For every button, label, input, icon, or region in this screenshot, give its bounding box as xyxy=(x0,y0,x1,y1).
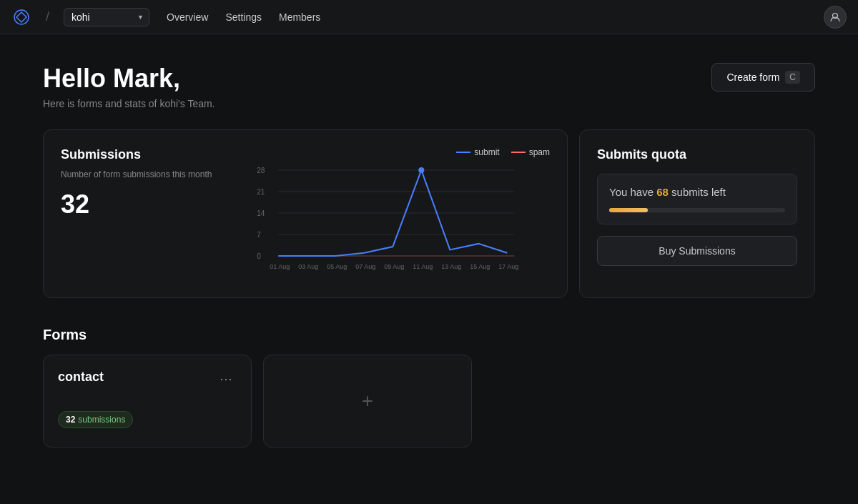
forms-section-title: Forms xyxy=(43,327,815,343)
legend-spam-line xyxy=(511,152,526,153)
form-submissions-count: 32 xyxy=(66,415,75,425)
app-logo xyxy=(11,7,31,27)
submissions-card-title: Submissions xyxy=(61,147,212,162)
submissions-info: Submissions Number of form submissions t… xyxy=(61,147,212,219)
legend-submit: submit xyxy=(456,147,499,157)
svg-text:13 Aug: 13 Aug xyxy=(442,263,462,270)
create-form-shortcut: C xyxy=(785,71,800,84)
quota-text-prefix: You have xyxy=(609,186,656,198)
svg-text:28: 28 xyxy=(257,167,266,174)
add-form-card[interactable]: + xyxy=(263,355,472,448)
buy-submissions-button[interactable]: Buy Submissions xyxy=(597,236,797,266)
svg-text:7: 7 xyxy=(257,231,262,239)
legend-submit-line xyxy=(456,152,470,153)
submissions-card-desc: Number of form submissions this month xyxy=(61,168,212,181)
svg-text:05 Aug: 05 Aug xyxy=(327,263,347,270)
svg-text:14: 14 xyxy=(257,209,266,217)
svg-text:21: 21 xyxy=(257,188,266,196)
svg-text:15 Aug: 15 Aug xyxy=(470,263,490,270)
svg-text:09 Aug: 09 Aug xyxy=(385,263,405,270)
create-form-label: Create form xyxy=(726,71,779,83)
nav-links: Overview Settings Members xyxy=(167,9,320,26)
quota-text: You have 68 submits left xyxy=(609,186,785,198)
svg-text:0: 0 xyxy=(257,252,262,260)
workspace-selector[interactable]: kohi xyxy=(64,8,149,26)
submissions-chart: 28 21 14 7 0 xyxy=(229,163,550,277)
workspace-select[interactable]: kohi xyxy=(64,8,149,26)
form-name: contact xyxy=(58,370,104,385)
nav-link-overview[interactable]: Overview xyxy=(167,9,208,26)
form-card-header: contact ⋯ xyxy=(58,370,237,388)
create-form-button[interactable]: Create form C xyxy=(711,63,815,92)
form-submissions-badge: 32 submissions xyxy=(58,411,133,428)
quota-title: Submits quota xyxy=(597,147,797,162)
subtext: Here is forms and stats of kohi's Team. xyxy=(43,98,215,109)
submissions-count: 32 xyxy=(61,189,212,219)
forms-grid: contact ⋯ 32 submissions + xyxy=(43,355,472,448)
greeting-text: Hello Mark, xyxy=(43,63,215,94)
navbar: / kohi Overview Settings Members xyxy=(0,0,858,34)
form-card-contact: contact ⋯ 32 submissions xyxy=(43,355,252,448)
svg-point-13 xyxy=(419,167,425,173)
page-header: Hello Mark, Here is forms and stats of k… xyxy=(43,63,815,109)
stats-grid: Submissions Number of form submissions t… xyxy=(43,129,815,298)
nav-link-settings[interactable]: Settings xyxy=(225,9,262,26)
quota-inner: You have 68 submits left xyxy=(597,174,797,224)
quota-text-suffix: submits left xyxy=(669,186,726,198)
form-menu-button[interactable]: ⋯ xyxy=(215,370,237,388)
svg-text:07 Aug: 07 Aug xyxy=(356,263,376,270)
forms-section: Forms contact ⋯ 32 submissions + xyxy=(43,327,815,448)
form-submissions-label: submissions xyxy=(78,415,125,425)
chart-area: submit spam xyxy=(229,147,550,280)
svg-text:11 Aug: 11 Aug xyxy=(413,263,433,270)
quota-card: Submits quota You have 68 submits left B… xyxy=(579,129,815,298)
progress-bar-background xyxy=(609,208,785,212)
nav-link-members[interactable]: Members xyxy=(279,9,320,26)
svg-text:17 Aug: 17 Aug xyxy=(499,263,519,270)
legend-spam: spam xyxy=(511,147,550,157)
nav-divider: / xyxy=(46,9,49,24)
chart-legend: submit spam xyxy=(229,147,550,157)
legend-spam-label: spam xyxy=(529,147,550,157)
submissions-card: Submissions Number of form submissions t… xyxy=(43,129,568,298)
user-avatar-button[interactable] xyxy=(824,6,847,29)
quota-count: 68 xyxy=(656,186,669,198)
progress-bar-fill xyxy=(609,208,648,212)
svg-text:03 Aug: 03 Aug xyxy=(299,263,319,270)
legend-submit-label: submit xyxy=(474,147,499,157)
add-form-icon: + xyxy=(362,390,373,412)
main-content: Hello Mark, Here is forms and stats of k… xyxy=(0,34,858,476)
svg-text:01 Aug: 01 Aug xyxy=(270,263,290,270)
